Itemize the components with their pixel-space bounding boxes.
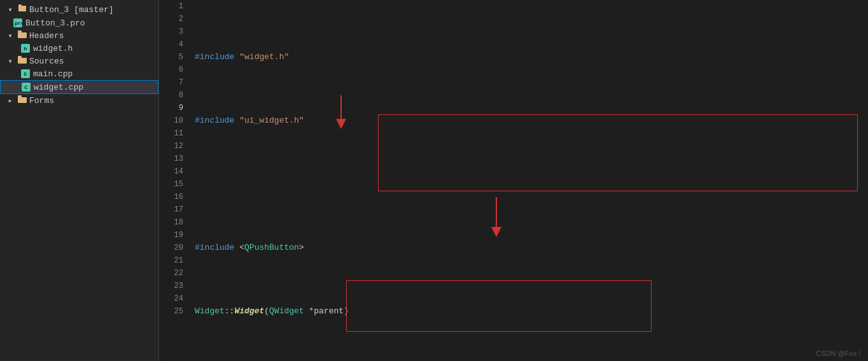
file-widget-cpp[interactable]: C widget.cpp [0,80,158,94]
sources-folder[interactable]: Sources [0,55,158,67]
forms-label: Forms [29,96,54,106]
sidebar: Button_3 [master] .pro Button_3.pro Head… [0,0,159,361]
headers-folder[interactable]: Headers [0,29,158,42]
file-widget-h[interactable]: h widget.h [0,42,158,55]
sources-expand-icon [5,56,15,66]
project-name: Button_3 [master] [29,5,114,15]
code-line-3 [195,178,868,191]
widget-cpp-icon: C [21,82,31,92]
svg-rect-2 [18,32,27,38]
code-content: #include "widget.h" #include "ui_widget.… [190,0,868,361]
code-line-4: #include <QPushButton> [195,242,868,254]
line-numbers: 1 2 3 4 5 6 7 8 9 10 11 12 13 14 15 16 1… [159,0,190,361]
project-expand-icon [5,4,15,15]
file-main-cpp[interactable]: C main.cpp [0,67,158,80]
svg-rect-6 [18,97,27,103]
file-pro[interactable]: .pro Button_3.pro [0,17,158,29]
svg-rect-3 [18,31,22,33]
svg-rect-0 [18,6,26,11]
project-icon [18,4,27,13]
main-cpp-icon: C [20,69,31,79]
code-editor[interactable]: 1 2 3 4 5 6 7 8 9 10 11 12 13 14 15 16 1… [159,0,868,361]
forms-folder[interactable]: Forms [0,94,158,107]
code-line-2: #include "ui_widget.h" [195,114,868,127]
project-root[interactable]: Button_3 [master] [0,3,158,17]
forms-folder-icon [18,95,27,103]
sources-label: Sources [29,57,64,66]
watermark: CSDN @Fox ! [816,350,860,357]
pro-icon: .pro [13,18,23,28]
h-icon: h [20,43,31,53]
headers-expand-icon [5,31,15,41]
headers-label: Headers [29,31,64,41]
pro-label: Button_3.pro [25,18,85,28]
svg-rect-7 [18,95,22,98]
forms-expand-icon [5,95,15,106]
svg-rect-1 [18,4,22,6]
headers-folder-icon [18,31,27,38]
svg-rect-4 [18,58,27,64]
code-line-5: Widget::Widget(QWidget *parent) [195,305,868,318]
sources-folder-icon [18,56,27,64]
svg-rect-5 [18,56,22,58]
widget-cpp-label: widget.cpp [34,83,83,92]
main-cpp-label: main.cpp [33,69,73,79]
widget-h-label: widget.h [33,44,73,53]
code-line-1: #include "widget.h" [195,51,868,64]
